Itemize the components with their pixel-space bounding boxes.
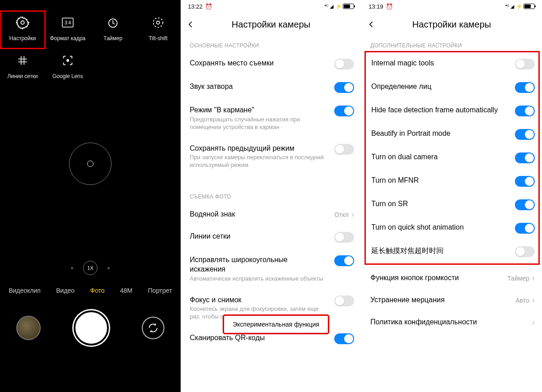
setting-label: Исправлять широкоугольные искажения bbox=[190, 255, 325, 274]
toggle-switch[interactable] bbox=[515, 129, 535, 140]
camera-option-label: Линии сетки bbox=[7, 73, 38, 79]
zoom-dot[interactable] bbox=[107, 267, 110, 269]
camera-option-settings[interactable]: Настройки bbox=[0, 11, 45, 49]
camera-modes[interactable]: Видеоклип Видео Фото 48M Портрет bbox=[0, 280, 181, 301]
toggle-switch[interactable] bbox=[515, 152, 535, 163]
google-lens-icon bbox=[60, 52, 76, 69]
mode-portrait[interactable]: Портрет bbox=[148, 287, 172, 294]
svg-point-6 bbox=[66, 59, 69, 62]
zoom-bar[interactable]: 1X bbox=[71, 261, 110, 275]
setting-label: Устранение мерцания bbox=[370, 295, 497, 305]
camera-option-timer[interactable]: Таймер bbox=[90, 11, 136, 49]
gallery-thumbnail[interactable] bbox=[16, 316, 41, 340]
setting-volume-buttons[interactable]: Функция кнопок громкости Таймер› bbox=[361, 267, 542, 289]
setting-wideangle-correction[interactable]: Исправлять широкоугольные искажения Авто… bbox=[181, 249, 361, 289]
mode-48m[interactable]: 48M bbox=[120, 287, 132, 294]
page-title: Настройки камеры bbox=[381, 19, 522, 30]
camera-option-lens[interactable]: Google Lens bbox=[45, 49, 90, 87]
setting-antibanding[interactable]: Устранение мерцания Авто› bbox=[361, 289, 542, 311]
setting-value: Таймер bbox=[507, 275, 529, 282]
zoom-dot[interactable] bbox=[71, 267, 73, 269]
camera-option-label: Google Lens bbox=[52, 73, 83, 79]
setting-label: Beautify in Portrait mode bbox=[371, 129, 502, 138]
toggle-switch[interactable] bbox=[515, 246, 535, 257]
setting-quick-shot-anim[interactable]: Turn on quick shot animation bbox=[366, 217, 538, 240]
setting-label: Hide face detection frame automatically bbox=[371, 106, 502, 115]
popup-text: Экспериментальная функция bbox=[233, 321, 319, 328]
section-header: ОСНОВНЫЕ НАСТРОЙКИ bbox=[181, 36, 361, 52]
toggle-switch[interactable] bbox=[334, 144, 354, 155]
chevron-left-icon bbox=[367, 20, 376, 29]
toggle-switch[interactable] bbox=[334, 59, 354, 69]
zoom-level[interactable]: 1X bbox=[83, 261, 98, 275]
setting-privacy-policy[interactable]: Политика конфиденциальности › bbox=[361, 311, 542, 333]
setting-sr[interactable]: Turn on SR bbox=[366, 193, 538, 217]
camera-option-tiltshift[interactable]: Tilt-shift bbox=[136, 11, 181, 49]
camera-option-label: Tilt-shift bbox=[149, 35, 168, 42]
alarm-icon: ⏰ bbox=[205, 3, 212, 10]
toggle-switch[interactable] bbox=[515, 176, 535, 187]
camera-option-aspect[interactable]: 3:4 Формат кадра bbox=[45, 11, 90, 49]
setting-pocket-mode[interactable]: Режим "В кармане" Предотвращать случайны… bbox=[181, 99, 361, 138]
battery-indicator: ⚡ bbox=[516, 4, 535, 9]
toggle-switch[interactable] bbox=[515, 82, 535, 93]
setting-value: Авто bbox=[515, 297, 529, 304]
toggle-switch[interactable] bbox=[334, 255, 354, 266]
setting-hide-face-frame[interactable]: Hide face detection frame automatically bbox=[366, 99, 538, 123]
toggle-switch[interactable] bbox=[515, 106, 535, 116]
mode-video-clip[interactable]: Видеоклип bbox=[9, 287, 41, 294]
svg-point-0 bbox=[21, 21, 24, 24]
setting-face-detection[interactable]: Определение лиц bbox=[366, 76, 538, 99]
setting-touch-focus-timeout[interactable]: 延长触摸对焦超时时间 bbox=[366, 240, 538, 263]
setting-watermark[interactable]: Водяной знак Откл› bbox=[181, 203, 361, 226]
status-bar: 13:19 ⏰ ⁴ᴳ ◢ ⚡ bbox=[361, 0, 542, 13]
toggle-switch[interactable] bbox=[334, 82, 354, 93]
toggle-switch[interactable] bbox=[334, 333, 354, 344]
settings-screen-main: 13:22 ⏰ ⁴ᴳ ◢ ⚡ 57 Настройки камеры ОСНОВ… bbox=[181, 0, 361, 392]
camera-viewfinder[interactable]: 1X bbox=[0, 90, 181, 280]
setting-dual-camera[interactable]: Turn on dual camera bbox=[366, 146, 538, 170]
mode-video[interactable]: Видео bbox=[56, 287, 75, 294]
experimental-popup[interactable]: Экспериментальная функция bbox=[224, 316, 328, 333]
switch-camera-button[interactable] bbox=[142, 317, 164, 339]
aspect-ratio-icon: 3:4 bbox=[60, 14, 76, 31]
setting-label: Сканировать QR-коды bbox=[190, 333, 325, 343]
svg-point-4 bbox=[157, 21, 160, 24]
setting-label: Internal magic tools bbox=[371, 59, 502, 68]
setting-label: Сохранять место съемки bbox=[190, 59, 325, 68]
back-button[interactable] bbox=[367, 20, 381, 29]
setting-beautify-portrait[interactable]: Beautify in Portrait mode bbox=[366, 123, 538, 146]
toggle-switch[interactable] bbox=[515, 199, 535, 210]
setting-label: Водяной знак bbox=[190, 210, 325, 219]
camera-option-label: Настройки bbox=[9, 35, 36, 42]
setting-mfnr[interactable]: Turn on MFNR bbox=[366, 170, 538, 193]
setting-shutter-sound[interactable]: Звук затвора bbox=[181, 76, 361, 99]
toggle-switch[interactable] bbox=[334, 106, 354, 116]
toggle-switch[interactable] bbox=[515, 59, 535, 69]
settings-list[interactable]: ДОПОЛНИТЕЛЬНЫЕ НАСТРОЙКИ Internal magic … bbox=[361, 36, 542, 392]
status-bar: 13:22 ⏰ ⁴ᴳ ◢ ⚡ 57 bbox=[181, 0, 361, 13]
settings-header: Настройки камеры bbox=[181, 13, 361, 36]
toggle-switch[interactable] bbox=[334, 232, 354, 243]
toggle-switch[interactable] bbox=[515, 223, 535, 234]
setting-label: Звук затвора bbox=[190, 82, 325, 92]
setting-value: Откл bbox=[334, 211, 349, 218]
setting-internal-magic[interactable]: Internal magic tools bbox=[366, 52, 538, 76]
setting-save-prev-mode[interactable]: Сохранять предыдущий режим При запуске к… bbox=[181, 138, 361, 176]
toggle-switch[interactable] bbox=[334, 295, 354, 306]
camera-quick-options: Настройки 3:4 Формат кадра Таймер bbox=[0, 0, 181, 90]
settings-list[interactable]: ОСНОВНЫЕ НАСТРОЙКИ Сохранять место съемк… bbox=[181, 36, 361, 392]
back-button[interactable] bbox=[186, 20, 201, 29]
setting-gridlines[interactable]: Линии сетки bbox=[181, 226, 361, 249]
mode-photo[interactable]: Фото bbox=[90, 287, 104, 294]
camera-option-grid[interactable]: Линии сетки bbox=[0, 49, 45, 87]
focus-center-icon bbox=[87, 161, 93, 167]
alarm-icon: ⏰ bbox=[386, 3, 393, 10]
shutter-button[interactable] bbox=[74, 310, 109, 346]
grid-icon bbox=[14, 52, 31, 69]
gear-icon bbox=[14, 14, 31, 31]
camera-screen: Настройки 3:4 Формат кадра Таймер bbox=[0, 0, 181, 392]
setting-save-location[interactable]: Сохранять место съемки bbox=[181, 52, 361, 76]
setting-label: Turn on SR bbox=[371, 199, 502, 209]
camera-bottom-bar bbox=[0, 301, 181, 359]
